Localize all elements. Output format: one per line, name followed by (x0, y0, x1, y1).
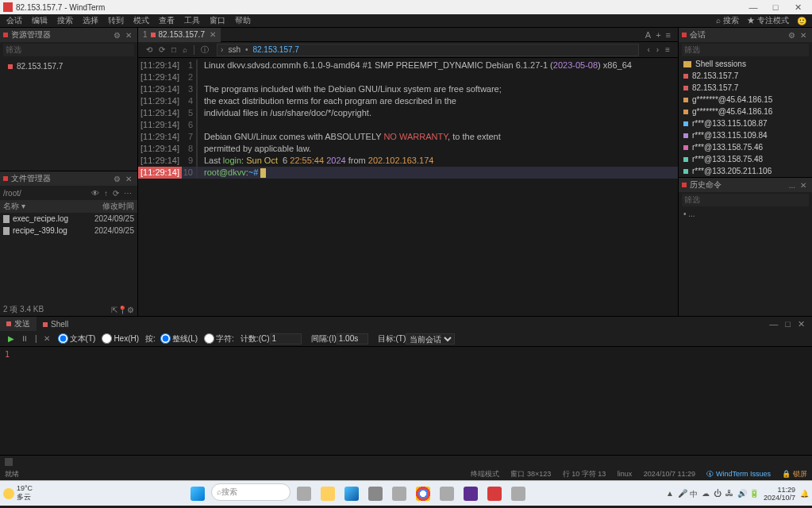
menu-window[interactable]: 窗口 (205, 14, 230, 27)
tray-icon[interactable]: ☁ (702, 489, 711, 498)
resource-filter[interactable]: 筛选 (3, 44, 134, 56)
resource-settings-icon[interactable]: ⚙ (111, 31, 123, 40)
file-action1-icon[interactable]: ⇱ (111, 306, 117, 314)
session-item[interactable]: r***@133.205.211.106 (679, 165, 812, 177)
weather-widget[interactable]: 19°C多云 (3, 484, 51, 502)
file-row[interactable]: exec_recipe.log 2024/09/25 (0, 213, 137, 225)
history-more-icon[interactable]: ... (787, 181, 798, 190)
session-close-icon[interactable]: ✕ (798, 31, 809, 40)
taskbar-app-icon[interactable] (437, 483, 457, 504)
tray-icon[interactable]: ⏻ (714, 489, 723, 498)
toolbar-left-icon[interactable]: ‹ (644, 45, 652, 54)
session-filter[interactable]: 筛选 (682, 44, 809, 56)
close-button[interactable]: ✕ (787, 2, 809, 13)
send-body[interactable]: 1 (0, 347, 812, 455)
send-max-button[interactable]: □ (783, 319, 793, 329)
file-path[interactable]: /root/ (3, 189, 89, 198)
tray-icon[interactable]: 🎤 (678, 489, 687, 498)
focus-mode-button[interactable]: ★ 专注模式 (743, 15, 793, 26)
send-hex-radio[interactable] (102, 333, 112, 344)
taskbar-app-icon[interactable] (389, 483, 410, 504)
menu-view[interactable]: 查看 (154, 14, 179, 27)
windterm-issues-link[interactable]: 🛈 WindTerm Issues (706, 470, 771, 478)
session-item[interactable]: 82.153.157.7 (679, 82, 812, 94)
menu-search[interactable]: 搜索 (52, 14, 78, 27)
maximize-button[interactable]: □ (764, 2, 787, 12)
file-close-icon[interactable]: ✕ (123, 175, 134, 183)
status-icon[interactable] (5, 458, 13, 466)
address-bar[interactable]: › ssh • 82.153.157.7 (217, 44, 639, 56)
file-row[interactable]: recipe_-399.log 2024/09/25 (0, 225, 137, 237)
send-tab[interactable]: 发送 (0, 317, 37, 331)
send-count-input[interactable] (270, 333, 302, 344)
status-mode[interactable]: 终端模式 (471, 470, 499, 478)
file-action2-icon[interactable]: 📍 (117, 306, 127, 314)
send-x-icon[interactable]: ✕ (40, 334, 53, 343)
toolbar-box-icon[interactable]: □ (168, 45, 179, 54)
tray-icon[interactable]: ▲ (666, 489, 675, 498)
file-eye-icon[interactable]: 👁 (89, 189, 102, 198)
file-settings-icon[interactable]: ⚙ (111, 175, 123, 183)
file-col-modified[interactable]: 修改时间 (87, 200, 137, 213)
taskbar-chrome-icon[interactable] (413, 483, 433, 504)
tabbar-a-button[interactable]: A (643, 30, 653, 40)
toolbar-search-icon[interactable]: ⌕ (179, 45, 190, 54)
send-line-radio[interactable] (160, 333, 171, 344)
menu-mode[interactable]: 模式 (129, 14, 154, 27)
tray-icon[interactable]: 🔊 (737, 489, 747, 498)
taskbar-app-icon[interactable] (508, 483, 529, 504)
session-item[interactable]: r***@133.158.75.46 (679, 141, 812, 153)
file-refresh-icon[interactable]: ⟳ (110, 189, 121, 198)
file-action3-icon[interactable]: ⚙ (127, 306, 134, 314)
toolbar-right-icon[interactable]: › (653, 45, 662, 54)
taskbar-edge-icon[interactable] (341, 483, 362, 504)
tray-icon[interactable]: 🖧 (725, 489, 735, 498)
file-up-icon[interactable]: ↑ (102, 189, 110, 198)
terminal[interactable]: [11:29:14]1Linux dkvv.sdvsd.commh 6.1.0-… (138, 58, 678, 316)
session-item[interactable]: 82.153.157.7 (679, 70, 812, 82)
session-folder[interactable]: Shell sessions (679, 58, 812, 70)
send-text-radio[interactable] (58, 333, 68, 344)
send-target-select[interactable]: 当前会话 (406, 333, 455, 344)
shell-tab[interactable]: Shell (37, 318, 75, 330)
taskbar-app-icon[interactable] (294, 483, 314, 504)
session-item[interactable]: g*******@45.64.186.16 (679, 106, 812, 117)
taskbar-vs-icon[interactable] (460, 483, 481, 504)
send-close-button[interactable]: ✕ (795, 319, 807, 329)
send-interval-input[interactable] (337, 333, 368, 344)
session-settings-icon[interactable]: ⚙ (786, 31, 798, 40)
notification-icon[interactable]: 🔔 (800, 490, 809, 498)
send-play-icon[interactable]: ▶ (5, 334, 17, 343)
tray-icon[interactable]: 中 (690, 489, 699, 498)
system-tray[interactable]: ▲🎤中☁⏻🖧🔊🔋 (666, 489, 759, 498)
file-col-name[interactable]: 名称 ▾ (0, 200, 87, 213)
terminal-tab[interactable]: 1 82.153.157.7 ✕ (138, 28, 221, 42)
lock-screen-button[interactable]: 🔒 锁屏 (782, 470, 807, 478)
menubar-search[interactable]: ⌕ 搜索 (712, 15, 743, 26)
resource-close-icon[interactable]: ✕ (123, 31, 134, 40)
tabbar-menu-button[interactable]: ≡ (664, 30, 673, 40)
menu-select[interactable]: 选择 (78, 14, 103, 27)
file-more-icon[interactable]: ⋯ (121, 189, 134, 198)
resource-item[interactable]: 82.153.157.7 (3, 60, 134, 73)
taskbar-search[interactable]: ⌕ 搜索 (211, 483, 291, 501)
session-item[interactable]: r***@133.115.108.87 (679, 117, 812, 129)
taskbar-store-icon[interactable] (365, 483, 386, 504)
toolbar-forward-icon[interactable]: ⟳ (156, 45, 168, 54)
toolbar-info-icon[interactable]: ⓘ (198, 44, 212, 56)
send-pause-icon[interactable]: ⏸ (17, 334, 32, 343)
menu-goto[interactable]: 转到 (103, 14, 129, 27)
menu-edit[interactable]: 编辑 (27, 14, 52, 27)
taskbar-clock[interactable]: 11:29 2024/10/7 (764, 486, 795, 502)
session-item[interactable]: r***@133.158.75.48 (679, 153, 812, 165)
user-icon[interactable]: 🙂 (793, 17, 810, 25)
menu-help[interactable]: 帮助 (230, 14, 256, 27)
tab-close-icon[interactable]: ✕ (210, 30, 216, 39)
menu-tools[interactable]: 工具 (179, 14, 205, 27)
session-item[interactable]: g*******@45.64.186.15 (679, 94, 812, 106)
taskbar-windterm-icon[interactable] (484, 483, 505, 504)
menu-session[interactable]: 会话 (2, 14, 27, 27)
toolbar-back-icon[interactable]: ⟲ (143, 45, 156, 54)
send-min-button[interactable]: — (767, 319, 780, 329)
tray-icon[interactable]: 🔋 (749, 489, 759, 498)
